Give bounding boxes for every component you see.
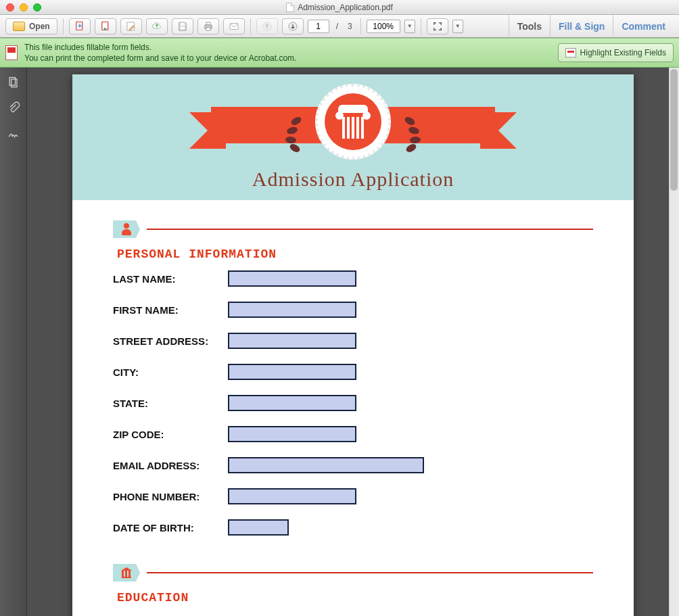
fit-screen-button[interactable]	[427, 18, 448, 34]
svg-rect-7	[206, 27, 210, 30]
info-line-2: You can print the completed form and sav…	[24, 53, 296, 64]
label-first-name: FIRST NAME:	[113, 304, 228, 316]
workspace: Admission Application PERSONAL INFORMATI…	[0, 68, 679, 616]
envelope-icon	[228, 20, 240, 32]
cloud-button[interactable]	[146, 18, 168, 34]
window-title: Admission_Application.pdf	[298, 3, 393, 12]
separator	[250, 18, 251, 34]
section-education: EDUCATION	[72, 550, 634, 605]
page-total: 3	[345, 22, 355, 31]
label-phone: PHONE NUMBER:	[113, 491, 228, 502]
building-badge-icon	[113, 564, 140, 582]
label-street: STREET ADDRESS:	[113, 335, 228, 347]
laurel-left-icon	[272, 114, 309, 154]
input-last-name[interactable]	[228, 270, 356, 287]
window-titlebar: Admission_Application.pdf	[0, 0, 679, 15]
folder-icon	[13, 22, 25, 31]
seal-graphic	[315, 84, 391, 160]
input-dob[interactable]	[228, 519, 289, 536]
label-zip: ZIP CODE:	[113, 429, 228, 440]
create-pdf-icon	[74, 20, 86, 32]
pdf-form-icon	[5, 45, 18, 60]
page-separator: /	[333, 22, 341, 31]
attachments-icon[interactable]	[7, 101, 20, 115]
input-zip[interactable]	[228, 426, 356, 442]
view-dropdown[interactable]: ▼	[452, 20, 463, 33]
thumbnails-icon[interactable]	[7, 76, 20, 89]
section-personal: PERSONAL INFORMATION LAST NAME: FIRST NA…	[72, 200, 634, 536]
arrow-down-icon	[287, 20, 299, 32]
window-close-button[interactable]	[6, 3, 14, 11]
laurel-right-icon	[397, 114, 434, 154]
input-city[interactable]	[228, 364, 356, 380]
section-rule	[147, 572, 593, 573]
input-street[interactable]	[228, 333, 356, 349]
label-state: STATE:	[113, 398, 228, 409]
separator	[360, 18, 361, 34]
hero-banner: Admission Application	[72, 74, 634, 200]
zoom-input[interactable]	[367, 20, 400, 33]
arrow-up-icon	[261, 20, 273, 32]
comment-tab[interactable]: Comment	[613, 15, 674, 38]
open-button[interactable]: Open	[5, 18, 57, 34]
page-down-button[interactable]	[282, 18, 304, 34]
pdf-page: Admission Application PERSONAL INFORMATI…	[72, 74, 634, 616]
create-pdf-button[interactable]	[69, 18, 91, 34]
save-icon	[177, 20, 189, 32]
navigation-rail	[0, 68, 27, 616]
label-city: CITY:	[113, 366, 228, 378]
hero-title: Admission Application	[72, 168, 634, 191]
highlight-label: Highlight Existing Fields	[580, 48, 666, 57]
page-up-button[interactable]	[256, 18, 278, 34]
main-toolbar: Open / 3 ▼ ▼ Tools Fill & Sign Com	[0, 15, 679, 38]
separator	[63, 18, 64, 34]
scrollbar[interactable]	[669, 68, 679, 616]
document-viewport[interactable]: Admission Application PERSONAL INFORMATI…	[27, 68, 679, 616]
separator	[421, 18, 421, 34]
person-badge-icon	[113, 220, 140, 238]
info-line-1: This file includes fillable form fields.	[24, 42, 296, 53]
export-pdf-button[interactable]	[95, 18, 116, 34]
input-state[interactable]	[228, 395, 356, 411]
scrollbar-thumb[interactable]	[670, 69, 678, 191]
highlight-icon	[565, 48, 576, 57]
email-button[interactable]	[223, 18, 245, 34]
zoom-dropdown[interactable]: ▼	[404, 20, 415, 33]
input-first-name[interactable]	[228, 302, 356, 318]
label-dob: DATE OF BIRTH:	[113, 522, 228, 534]
print-button[interactable]	[197, 18, 219, 34]
svg-rect-11	[9, 78, 15, 86]
cloud-upload-icon	[151, 20, 163, 32]
window-minimize-button[interactable]	[20, 3, 28, 11]
form-info-bar: This file includes fillable form fields.…	[0, 38, 679, 68]
svg-rect-4	[181, 26, 185, 29]
page-number-input[interactable]	[308, 20, 329, 33]
section-rule	[147, 229, 593, 230]
window-maximize-button[interactable]	[33, 3, 41, 11]
label-last-name: LAST NAME:	[113, 273, 228, 285]
svg-rect-3	[181, 22, 185, 25]
input-email[interactable]	[228, 457, 424, 473]
svg-rect-12	[11, 79, 16, 87]
fill-sign-tab[interactable]: Fill & Sign	[550, 15, 613, 38]
signatures-icon[interactable]	[7, 127, 20, 141]
input-phone[interactable]	[228, 488, 356, 504]
tools-tab[interactable]: Tools	[509, 15, 550, 38]
open-label: Open	[29, 22, 50, 31]
section-title-personal: PERSONAL INFORMATION	[117, 247, 593, 261]
svg-rect-8	[230, 23, 238, 29]
label-email: EMAIL ADDRESS:	[113, 460, 228, 471]
export-pdf-icon	[99, 20, 112, 32]
expand-icon	[431, 20, 444, 32]
edit-button[interactable]	[120, 18, 142, 34]
save-button[interactable]	[172, 18, 193, 34]
print-icon	[202, 20, 214, 32]
column-icon	[338, 105, 368, 139]
section-title-education: EDUCATION	[117, 591, 593, 605]
pencil-icon	[125, 20, 137, 32]
highlight-fields-button[interactable]: Highlight Existing Fields	[558, 43, 674, 62]
document-icon	[286, 3, 294, 12]
svg-rect-6	[206, 22, 210, 25]
